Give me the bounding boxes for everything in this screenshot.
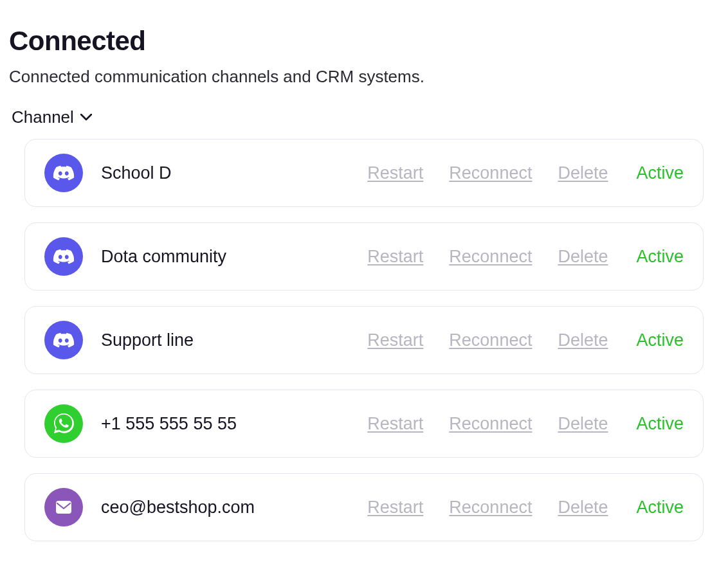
mail-icon — [44, 488, 83, 526]
page-subtitle: Connected communication channels and CRM… — [9, 67, 719, 87]
restart-link[interactable]: Restart — [367, 163, 423, 183]
channel-row: +1 555 555 55 55RestartReconnectDeleteAc… — [24, 390, 704, 458]
status-badge: Active — [636, 330, 684, 350]
delete-link[interactable]: Delete — [558, 247, 608, 267]
status-badge: Active — [636, 163, 684, 183]
restart-link[interactable]: Restart — [367, 247, 423, 267]
restart-link[interactable]: Restart — [367, 330, 423, 350]
channel-row: Support lineRestartReconnectDeleteActive — [24, 306, 704, 374]
reconnect-link[interactable]: Reconnect — [449, 414, 532, 434]
channel-row: School DRestartReconnectDeleteActive — [24, 139, 704, 207]
channel-row: Dota communityRestartReconnectDeleteActi… — [24, 222, 704, 291]
channel-name: Dota community — [101, 247, 367, 267]
reconnect-link[interactable]: Reconnect — [449, 330, 532, 350]
channel-actions: RestartReconnectDeleteActive — [367, 163, 684, 183]
channel-list: School DRestartReconnectDeleteActiveDota… — [9, 139, 719, 541]
channel-actions: RestartReconnectDeleteActive — [367, 498, 684, 518]
channel-actions: RestartReconnectDeleteActive — [367, 414, 684, 434]
channel-actions: RestartReconnectDeleteActive — [367, 247, 684, 267]
delete-link[interactable]: Delete — [558, 414, 608, 434]
channel-filter-dropdown[interactable]: Channel — [9, 107, 719, 127]
discord-icon — [44, 237, 83, 276]
delete-link[interactable]: Delete — [558, 498, 608, 518]
restart-link[interactable]: Restart — [367, 414, 423, 434]
channel-name: School D — [101, 163, 367, 183]
status-badge: Active — [636, 414, 684, 434]
discord-icon — [44, 154, 83, 192]
reconnect-link[interactable]: Reconnect — [449, 498, 532, 518]
page-title: Connected — [9, 26, 719, 57]
channel-name: Support line — [101, 330, 367, 350]
channel-row: ceo@bestshop.comRestartReconnectDeleteAc… — [24, 473, 704, 541]
reconnect-link[interactable]: Reconnect — [449, 163, 532, 183]
discord-icon — [44, 321, 83, 359]
channel-actions: RestartReconnectDeleteActive — [367, 330, 684, 350]
status-badge: Active — [636, 498, 684, 518]
status-badge: Active — [636, 247, 684, 267]
reconnect-link[interactable]: Reconnect — [449, 247, 532, 267]
whatsapp-icon — [44, 404, 83, 443]
chevron-down-icon — [80, 112, 92, 123]
delete-link[interactable]: Delete — [558, 330, 608, 350]
restart-link[interactable]: Restart — [367, 498, 423, 518]
filter-label: Channel — [12, 107, 74, 127]
delete-link[interactable]: Delete — [558, 163, 608, 183]
channel-name: +1 555 555 55 55 — [101, 414, 367, 434]
channel-name: ceo@bestshop.com — [101, 498, 367, 518]
